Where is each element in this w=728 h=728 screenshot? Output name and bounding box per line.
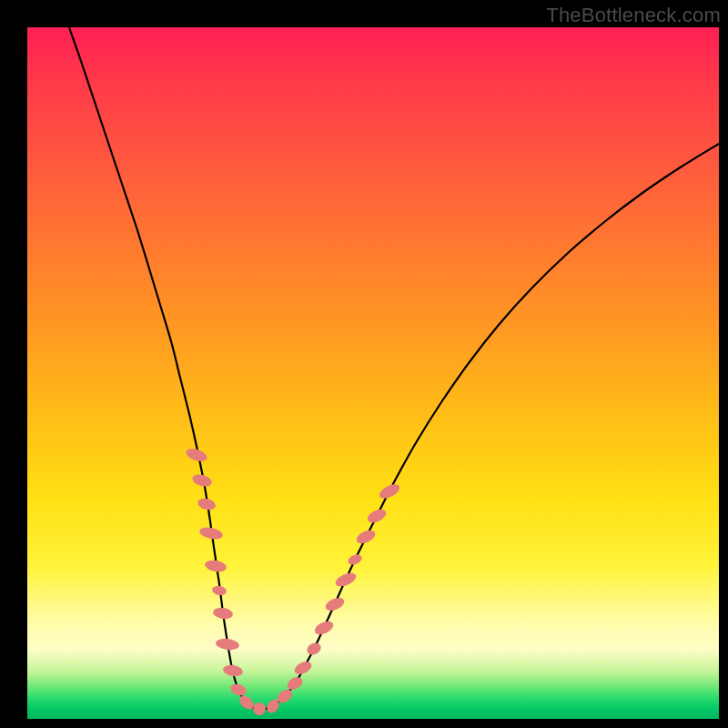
data-bead (324, 595, 347, 613)
data-bead (347, 552, 364, 567)
data-bead (365, 507, 388, 525)
data-bead (229, 682, 248, 698)
data-bead (211, 585, 227, 596)
data-bead (212, 607, 233, 621)
data-bead (292, 659, 313, 677)
data-bead (198, 525, 224, 541)
data-bead (378, 481, 402, 501)
data-bead (222, 663, 244, 678)
data-bead (334, 571, 359, 590)
data-beads (185, 447, 402, 715)
data-bead (285, 674, 305, 692)
plot-frame (27, 27, 719, 719)
data-bead (312, 619, 335, 637)
data-bead (253, 703, 266, 715)
data-bead (204, 559, 228, 573)
bottleneck-curve (69, 27, 719, 709)
data-bead (354, 528, 377, 546)
curve-svg (27, 27, 719, 719)
data-bead (197, 497, 217, 511)
data-bead (215, 637, 239, 651)
watermark-label: TheBottleneck.com (546, 4, 721, 27)
data-bead (305, 641, 323, 657)
data-bead (191, 472, 213, 489)
